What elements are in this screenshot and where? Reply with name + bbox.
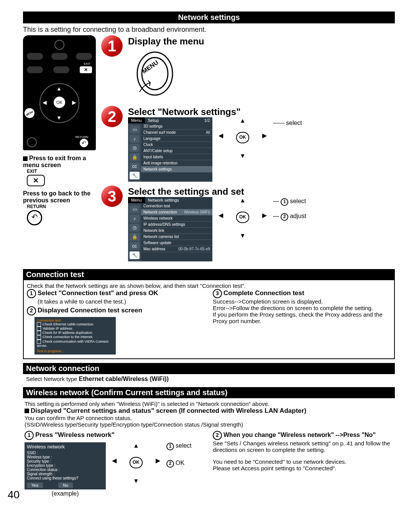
osd-setup-tab: Setup: [145, 117, 202, 123]
remote-return-label: RETURN: [76, 135, 88, 139]
conn-check-line: Check connection to the Internet.: [43, 335, 93, 339]
wireless-r2: You need to be "Connected" to use networ…: [213, 458, 393, 465]
wireless-line1: This setting is performed only when "Wir…: [25, 401, 393, 407]
exit-label: EXIT: [27, 169, 96, 174]
conn-step1-note: (It takes a while to cancel the test.): [38, 298, 205, 305]
arrow-right-icon: ▶: [262, 212, 267, 219]
lock-icon: 🔒: [130, 153, 140, 161]
arrow-right-icon: ▶: [262, 132, 267, 139]
arrow-left-icon: ◀: [219, 132, 223, 139]
exit-button-icon: ✕: [27, 175, 45, 186]
osd-item-label: Network connection: [143, 210, 177, 214]
wireless-step2: 2When you change "Wireless network" -->P…: [213, 431, 393, 440]
osd-item: Network cameras list: [141, 234, 212, 240]
ok-button-icon: OK: [236, 132, 249, 143]
dpad-diagram: ▲ ▼ ◀ ▶ OK: [218, 117, 268, 159]
wireless-line2: Displayed "Current settings and status" …: [25, 407, 393, 415]
remote-button: [53, 66, 69, 73]
osd-item: Network link: [141, 228, 212, 234]
arrow-left-icon: ◀: [43, 99, 47, 105]
remote-exit-label: EXIT: [27, 62, 90, 66]
dpad-adjust-label: — 2adjust: [273, 213, 306, 221]
arrow-left-icon: ◀: [112, 457, 117, 464]
tv-icon: ▭: [130, 126, 140, 133]
arrow-down-icon: ▼: [133, 478, 139, 484]
page-number: 40: [8, 489, 20, 501]
osd-page-indicator: 1/2: [202, 117, 212, 123]
osd-menu-tab: Menu: [128, 197, 145, 203]
return-label: RETURN: [27, 204, 96, 209]
conn-step2: 2Displayed Connection test screen: [27, 306, 205, 315]
conn-check-line: Check for IP address duplication.: [43, 331, 93, 335]
music-icon: ♪: [130, 215, 140, 222]
menu-word: MENU: [141, 59, 159, 75]
osd-icon-column: ▭ ♪ ◷ 🔒 cc 🔧: [128, 203, 141, 261]
remote-button: [51, 53, 67, 60]
wireless-r1: See "Sets / Changes wireless network set…: [213, 440, 393, 453]
exit-hint: Press to exit from a menu screen: [23, 155, 96, 169]
osd-menu-tab: Menu: [128, 117, 145, 123]
wireless-network-heading: Wireless network (Confirm Current settin…: [23, 387, 395, 398]
wn-row: Wireless type :: [27, 455, 104, 459]
conn-result-1: Success-->Completion screen is displayed…: [213, 298, 391, 305]
arrow-up-icon: ▲: [240, 117, 246, 124]
wireless-status-screen: Wireless network SSID : Wireless type : …: [25, 442, 106, 489]
conn-step3: 3Complete Connection test: [213, 289, 391, 298]
osd-setup-menu: Menu Setup 1/2 ▭ ♪ ◷ 🔒 cc: [128, 117, 212, 182]
step-number-1: 1: [101, 35, 123, 57]
return-button-icon: ↶: [27, 210, 42, 225]
dpad-diagram: ▲ ▼ ◀ ▶ OK: [218, 197, 268, 239]
wn-title: Wireless network: [27, 444, 104, 450]
dpad-diagram: ▲ ▼ ◀ ▶ OK: [111, 442, 161, 484]
ok-button-icon: OK: [130, 457, 143, 468]
wn-yes: Yes: [27, 483, 43, 488]
timer-icon: ◷: [130, 224, 140, 232]
arrow-up-icon: ▲: [240, 197, 246, 204]
osd-item: Clock: [141, 142, 212, 148]
conn-progress: Test in progress...: [37, 349, 113, 353]
conn-test-screen: Connection test Check Ethernet cable con…: [34, 317, 116, 355]
network-connection-heading: Network connection: [23, 363, 395, 374]
intro-text: This is a setting for connecting to a br…: [23, 26, 395, 34]
step2-title: Select "Network settings": [128, 107, 395, 117]
page-title-bar: Network settings: [23, 11, 395, 23]
remote-ok-button: OK: [54, 97, 65, 108]
conn-result-2: Error-->Follow the directions on screen …: [213, 305, 391, 311]
osd-item-label: Mac address: [143, 247, 165, 251]
svg-point-0: [137, 52, 172, 95]
timer-icon: ◷: [130, 144, 140, 152]
conn-result-3: If you perform the Proxy settings, check…: [213, 311, 391, 324]
music-icon: ♪: [130, 135, 140, 143]
conn-check-line: Check communication with VIERA Connect s…: [37, 340, 108, 348]
wn-row: Signal strength :: [27, 472, 104, 476]
wireless-line4: (SSID/Wireless type/Security type/Encryp…: [25, 421, 393, 428]
network-connection-body: Select Network type Ethernet cable/Wirel…: [23, 374, 395, 383]
osd-item: Language: [141, 136, 212, 142]
wn-row: Encryption type :: [27, 463, 104, 468]
osd-item: Software update: [141, 240, 212, 246]
osd-item-value: All: [206, 130, 210, 135]
cc-icon: cc: [130, 242, 140, 250]
back-hint-text: Press to go back to the previous screen: [23, 190, 90, 204]
connection-test-body: Check that the Network settings are as s…: [23, 280, 395, 359]
step3-title: Select the settings and set: [128, 186, 395, 197]
arrow-right-icon: ▶: [72, 99, 76, 105]
osd-item: Input labels: [141, 154, 212, 160]
step-number-3: 3: [101, 186, 123, 207]
back-hint: Press to go back to the previous screen: [23, 190, 96, 204]
osd-item: Anti image retention: [141, 160, 212, 166]
conn-check-line: Check Ethernet cable connection.: [43, 322, 94, 326]
osd-item: IP address/DNS settings: [141, 222, 212, 228]
wireless-r3: Please set Access point settings to "Con…: [213, 465, 393, 471]
remote-button: [76, 53, 92, 60]
arrow-left-icon: ◀: [219, 212, 223, 219]
step1-title: Display the menu: [128, 36, 204, 47]
osd-item-selected: Network connectionWireless (WiFi): [141, 209, 212, 215]
wn-row: Connect using these settings?: [27, 476, 104, 480]
osd-network-tab: Network settings: [145, 197, 212, 203]
wn-no: No: [58, 483, 73, 488]
arrow-right-icon: ▶: [156, 457, 160, 464]
arrow-up-icon: ▲: [56, 85, 62, 92]
osd-item: Mac address00-0b-97-7c-65-e9: [141, 246, 212, 252]
exit-hint-text: Press to exit from a menu screen: [23, 155, 86, 168]
